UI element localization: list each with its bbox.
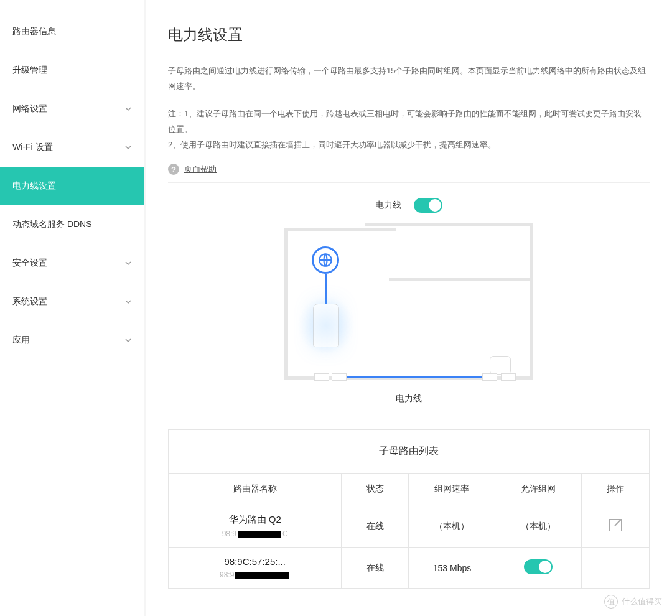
sidebar-label: 动态域名服务 DDNS [12, 219, 92, 230]
sidebar-label: 系统设置 [12, 296, 47, 307]
sidebar-item-router-info[interactable]: 路由器信息 [0, 12, 144, 51]
powerline-toggle-label: 电力线 [375, 200, 401, 211]
chevron-down-icon [124, 259, 132, 267]
powerline-toggle[interactable] [414, 198, 442, 213]
col-op: 操作 [582, 474, 649, 505]
sidebar-item-powerline[interactable]: 电力线设置 [0, 167, 144, 205]
table-row: 98:9C:57:25:... 98:9 在线 153 Mbps [169, 548, 649, 589]
sidebar-label: 应用 [12, 335, 30, 346]
table-header-row: 路由器名称 状态 组网速率 允许组网 操作 [169, 474, 649, 505]
col-name: 路由器名称 [169, 474, 342, 505]
sub-router-icon [490, 356, 511, 375]
chevron-down-icon [124, 144, 132, 151]
device-mac: 98:9 [220, 571, 290, 579]
device-status: 在线 [342, 548, 409, 589]
device-speed: 153 Mbps [409, 548, 495, 589]
sidebar-label: 安全设置 [12, 258, 47, 269]
page-note: 注：1、建议子母路由在同一个电表下使用，跨越电表或三相电时，可能会影响子路由的性… [168, 106, 650, 152]
diagram-caption: 电力线 [168, 393, 650, 404]
table-row: 华为路由 Q2 98:9C 在线 （本机） （本机） [169, 505, 649, 548]
chevron-down-icon [124, 105, 132, 113]
main-router-icon [313, 304, 339, 347]
sidebar-label: 电力线设置 [12, 180, 56, 192]
device-speed: （本机） [409, 505, 495, 548]
main-content: 电力线设置 子母路由之间通过电力线进行网络传输，一个母路由最多支持15个子路由同… [146, 0, 672, 616]
sidebar-label: 升级管理 [12, 65, 47, 76]
edit-icon[interactable] [609, 519, 622, 531]
help-text: 页面帮助 [184, 164, 217, 175]
device-allow: （本机） [495, 505, 582, 548]
col-status: 状态 [342, 474, 409, 505]
device-mac: 98:9C [222, 530, 288, 538]
help-icon: ? [168, 164, 179, 175]
device-status: 在线 [342, 505, 409, 548]
device-name: 98:9C:57:25:... [174, 556, 336, 567]
sidebar-label: 网络设置 [12, 103, 47, 114]
sidebar-label: Wi-Fi 设置 [12, 142, 53, 153]
sidebar-item-security[interactable]: 安全设置 [0, 244, 144, 282]
chevron-down-icon [124, 298, 132, 306]
chevron-down-icon [124, 337, 132, 344]
page-title: 电力线设置 [168, 25, 650, 45]
floorplan-diagram [284, 223, 533, 385]
watermark-text: 什么值得买 [622, 596, 662, 607]
col-allow: 允许组网 [495, 474, 582, 505]
sidebar-label: 路由器信息 [12, 26, 56, 37]
help-link[interactable]: ? 页面帮助 [168, 164, 650, 183]
sidebar-item-apps[interactable]: 应用 [0, 321, 144, 360]
watermark: 值 什么值得买 [604, 595, 662, 609]
router-list-table: 子母路由列表 路由器名称 状态 组网速率 允许组网 操作 华为路由 Q2 [168, 429, 650, 589]
device-op-empty [582, 548, 649, 589]
table-title: 子母路由列表 [169, 430, 649, 474]
sidebar-item-system[interactable]: 系统设置 [0, 282, 144, 321]
col-speed: 组网速率 [409, 474, 495, 505]
device-name: 华为路由 Q2 [174, 514, 336, 526]
sidebar-item-upgrade[interactable]: 升级管理 [0, 51, 144, 90]
sidebar-item-network[interactable]: 网络设置 [0, 90, 144, 128]
sidebar-item-wifi[interactable]: Wi-Fi 设置 [0, 128, 144, 167]
allow-toggle[interactable] [524, 559, 553, 574]
page-description: 子母路由之间通过电力线进行网络传输，一个母路由最多支持15个子路由同时组网。本页… [168, 63, 650, 94]
watermark-icon: 值 [604, 595, 618, 609]
sidebar-item-ddns[interactable]: 动态域名服务 DDNS [0, 205, 144, 244]
sidebar-nav: 路由器信息 升级管理 网络设置 Wi-Fi 设置 电力线设置 动态域名服务 DD… [0, 0, 144, 616]
